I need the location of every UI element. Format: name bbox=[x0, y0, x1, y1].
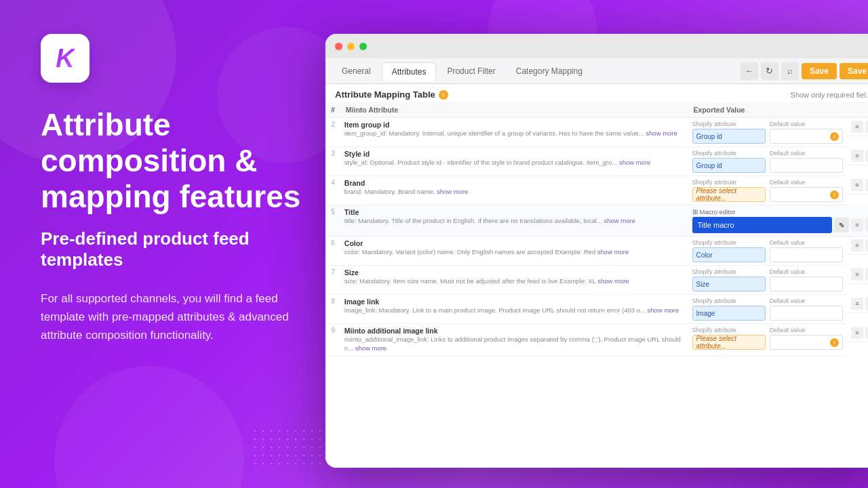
headline: Attribute composition & mapping features bbox=[41, 107, 312, 215]
macro-input-5[interactable]: Title macro bbox=[692, 217, 832, 233]
default-input-8[interactable] bbox=[770, 306, 843, 321]
row-grid-btn-6[interactable]: ⊞ bbox=[865, 239, 868, 251]
warning-icon-9: ! bbox=[830, 338, 839, 347]
logo: K bbox=[41, 34, 90, 83]
save-button[interactable]: Save bbox=[802, 63, 837, 79]
row-list-btn-8[interactable]: ≡ bbox=[851, 298, 863, 310]
row-num-6: 6 bbox=[326, 237, 340, 266]
col-exported: Exported Value bbox=[688, 102, 868, 118]
macro-grid-icon: ⊞ bbox=[692, 208, 698, 216]
row-list-btn-3[interactable]: ≡ bbox=[851, 150, 863, 162]
shopify-input-6[interactable]: Color bbox=[692, 247, 766, 262]
tab-attributes[interactable]: Attributes bbox=[382, 62, 437, 81]
browser-close-dot[interactable] bbox=[335, 43, 342, 50]
shopify-cell-6: Shopify attribute Color Default value bbox=[688, 237, 847, 266]
default-input-3[interactable] bbox=[770, 158, 843, 173]
attribute-table: # Miinto Attribute Exported Value 2 Item… bbox=[326, 102, 868, 357]
browser-window: General Attributes Product Filter Catego… bbox=[326, 34, 868, 468]
warning-icon-2: ! bbox=[830, 132, 839, 141]
shopify-cell-8: Shopify attribute Image Default value bbox=[688, 295, 847, 324]
logo-letter: K bbox=[56, 44, 74, 73]
dots-decoration bbox=[251, 427, 332, 468]
row-num-5: 5 bbox=[326, 205, 340, 237]
row-actions-2: ≡ ⊞ bbox=[847, 118, 868, 136]
attr-style: Style id style_id: Optional. Product sty… bbox=[340, 147, 688, 176]
table-title: Attribute Mapping Table ! bbox=[335, 89, 448, 100]
save2-button[interactable]: Save bbox=[840, 63, 868, 79]
row-num-7: 7 bbox=[326, 266, 340, 295]
row-list-btn-6[interactable]: ≡ bbox=[851, 239, 863, 251]
shopify-input-3[interactable]: Group id bbox=[692, 158, 766, 173]
browser-chrome bbox=[326, 34, 868, 58]
attr-item-group: Item group id item_group_id: Mandatory. … bbox=[340, 118, 688, 147]
row-grid-btn-8[interactable]: ⊞ bbox=[865, 298, 868, 310]
browser-maximize-dot[interactable] bbox=[359, 43, 367, 50]
subheadline: Pre-defined product feed templates bbox=[41, 228, 312, 270]
row-grid-btn-7[interactable]: ⊞ bbox=[865, 268, 868, 281]
attr-color: Color color: Mandatory. Variant (color) … bbox=[340, 237, 688, 266]
table-area: # Miinto Attribute Exported Value 2 Item… bbox=[326, 102, 868, 468]
macro-cell-5: ⊞ Macro editor Title macro ✎ ≡ ⊞ bbox=[688, 205, 868, 237]
default-input-6[interactable] bbox=[770, 247, 843, 262]
description: For all supported channels, you will fin… bbox=[41, 289, 312, 345]
shopify-input-8[interactable]: Image bbox=[692, 306, 766, 321]
row-list-btn-5[interactable]: ≡ bbox=[851, 219, 863, 231]
info-icon: ! bbox=[439, 90, 448, 100]
row-actions-4: ≡ ⊞ bbox=[847, 176, 868, 195]
row-grid-btn-5[interactable]: ⊞ bbox=[865, 219, 868, 231]
row-grid-btn-9[interactable]: ⊞ bbox=[865, 327, 868, 339]
app-tabs: General Attributes Product Filter Catego… bbox=[326, 58, 868, 84]
table-row: 5 Title title: Mandatory. Title of the p… bbox=[326, 205, 868, 237]
back-button[interactable]: ← bbox=[741, 62, 758, 80]
table-row: 8 Image link image_link: Mandatory. Link… bbox=[326, 295, 868, 324]
table-header-bar: Attribute Mapping Table ! Show only requ… bbox=[326, 84, 868, 102]
row-grid-btn-3[interactable]: ⊞ bbox=[865, 150, 868, 162]
col-num: # bbox=[326, 102, 340, 118]
table-row: 6 Color color: Mandatory. Variant (color… bbox=[326, 237, 868, 266]
shopify-input-4[interactable]: Please select attribute... bbox=[692, 187, 766, 202]
refresh-button[interactable]: ↻ bbox=[761, 62, 778, 80]
row-grid-btn-4[interactable]: ⊞ bbox=[865, 179, 868, 191]
table-row: 2 Item group id item_group_id: Mandatory… bbox=[326, 118, 868, 147]
table-row: 4 Brand brand: Mandatory. Brand name. sh… bbox=[326, 176, 868, 205]
tab-product-filter[interactable]: Product Filter bbox=[437, 62, 505, 80]
row-actions-7: ≡ ⊞ bbox=[847, 266, 868, 284]
shopify-cell-7: Shopify attribute Size Default value bbox=[688, 266, 847, 295]
shopify-input-2[interactable]: Group id bbox=[692, 129, 766, 144]
col-miinto: Miinto Attribute bbox=[340, 102, 688, 118]
row-list-btn-7[interactable]: ≡ bbox=[851, 268, 863, 281]
row-list-btn-4[interactable]: ≡ bbox=[851, 179, 863, 191]
row-grid-btn-2[interactable]: ⊞ bbox=[865, 121, 868, 133]
default-input-7[interactable] bbox=[770, 277, 843, 291]
tab-category-mapping[interactable]: Category Mapping bbox=[507, 62, 592, 80]
row-list-btn-2[interactable]: ≡ bbox=[851, 121, 863, 133]
row-actions-6: ≡ ⊞ bbox=[847, 237, 868, 255]
show-required-toggle[interactable]: Show only required fiel... bbox=[791, 91, 868, 99]
row-num-2: 2 bbox=[326, 118, 340, 147]
shopify-input-9[interactable]: Please select attribute... bbox=[692, 335, 766, 350]
tab-general[interactable]: General bbox=[332, 62, 380, 80]
table-row: 3 Style id style_id: Optional. Product s… bbox=[326, 147, 868, 176]
macro-edit-btn-5[interactable]: ✎ bbox=[834, 218, 849, 232]
right-panel: General Attributes Product Filter Catego… bbox=[326, 34, 868, 468]
table-row: 7 Size size: Mandatory. Item size name. … bbox=[326, 266, 868, 295]
tab-actions: ← ↻ ⌕ Save Save bbox=[741, 62, 868, 80]
row-actions-9: ≡ ⊞ bbox=[847, 324, 868, 342]
shopify-input-7[interactable]: Size bbox=[692, 277, 766, 291]
macro-label: Macro editor bbox=[700, 208, 736, 216]
attr-title: Title title: Mandatory. Title of the pro… bbox=[340, 205, 688, 237]
left-panel: K Attribute composition & mapping featur… bbox=[0, 0, 353, 488]
row-actions-3: ≡ ⊞ bbox=[847, 147, 868, 165]
macro-input-wrap: Title macro ✎ ≡ ⊞ bbox=[692, 217, 868, 233]
shopify-cell-9: Shopify attribute Please select attribut… bbox=[688, 324, 847, 357]
browser-body: General Attributes Product Filter Catego… bbox=[326, 58, 868, 468]
row-list-btn-9[interactable]: ≡ bbox=[851, 327, 863, 339]
attr-brand: Brand brand: Mandatory. Brand name. show… bbox=[340, 176, 688, 205]
attr-image: Image link image_link: Mandatory. Link t… bbox=[340, 295, 688, 324]
row-num-3: 3 bbox=[326, 147, 340, 176]
attr-size: Size size: Mandatory. Item size name. Mu… bbox=[340, 266, 688, 295]
browser-minimize-dot[interactable] bbox=[347, 43, 355, 50]
warning-icon-4: ! bbox=[830, 190, 839, 199]
search-button[interactable]: ⌕ bbox=[781, 62, 799, 80]
row-actions-8: ≡ ⊞ bbox=[847, 295, 868, 313]
